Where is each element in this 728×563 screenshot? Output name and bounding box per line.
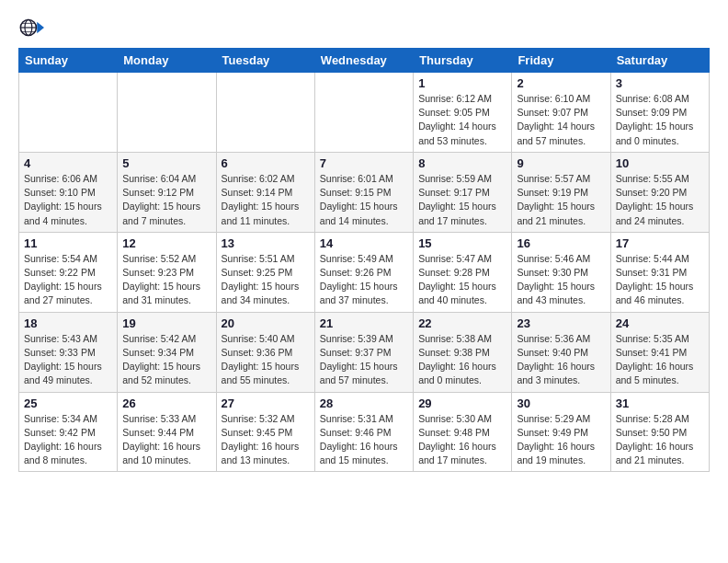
day-info: Sunrise: 5:51 AM Sunset: 9:25 PM Dayligh…	[222, 252, 310, 308]
day-info: Sunrise: 5:28 AM Sunset: 9:50 PM Dayligh…	[616, 412, 704, 468]
day-number: 20	[222, 316, 310, 330]
calendar-cell: 22Sunrise: 5:38 AM Sunset: 9:38 PM Dayli…	[414, 312, 512, 392]
day-number: 11	[24, 236, 112, 250]
day-number: 26	[122, 396, 210, 410]
day-number: 7	[320, 156, 408, 170]
calendar-cell: 8Sunrise: 5:59 AM Sunset: 9:17 PM Daylig…	[414, 152, 512, 232]
calendar-cell	[314, 73, 413, 153]
page: SundayMondayTuesdayWednesdayThursdayFrid…	[0, 0, 728, 487]
calendar: SundayMondayTuesdayWednesdayThursdayFrid…	[18, 48, 710, 472]
calendar-cell: 3Sunrise: 6:08 AM Sunset: 9:09 PM Daylig…	[610, 73, 709, 153]
day-info: Sunrise: 5:42 AM Sunset: 9:34 PM Dayligh…	[122, 332, 210, 388]
day-info: Sunrise: 5:34 AM Sunset: 9:42 PM Dayligh…	[24, 412, 112, 468]
weekday-header: Monday	[118, 49, 216, 73]
calendar-week: 18Sunrise: 5:43 AM Sunset: 9:33 PM Dayli…	[19, 312, 710, 392]
day-number: 1	[418, 76, 506, 90]
calendar-cell	[19, 73, 118, 153]
weekday-header: Tuesday	[216, 49, 314, 73]
day-info: Sunrise: 6:10 AM Sunset: 9:07 PM Dayligh…	[517, 92, 605, 148]
day-number: 17	[616, 236, 704, 250]
svg-marker-6	[37, 22, 44, 33]
day-info: Sunrise: 5:29 AM Sunset: 9:49 PM Dayligh…	[517, 412, 605, 468]
weekday-header: Sunday	[19, 49, 118, 73]
day-number: 19	[122, 316, 210, 330]
calendar-cell: 30Sunrise: 5:29 AM Sunset: 9:49 PM Dayli…	[512, 392, 610, 472]
day-info: Sunrise: 6:06 AM Sunset: 9:10 PM Dayligh…	[24, 172, 112, 228]
weekday-header: Friday	[512, 49, 610, 73]
calendar-week: 11Sunrise: 5:54 AM Sunset: 9:22 PM Dayli…	[19, 232, 710, 312]
day-info: Sunrise: 6:08 AM Sunset: 9:09 PM Dayligh…	[616, 92, 704, 148]
day-number: 24	[616, 316, 704, 330]
day-number: 21	[320, 316, 408, 330]
day-number: 23	[517, 316, 605, 330]
day-number: 28	[320, 396, 408, 410]
calendar-cell: 25Sunrise: 5:34 AM Sunset: 9:42 PM Dayli…	[19, 392, 118, 472]
day-number: 5	[122, 156, 210, 170]
calendar-cell: 13Sunrise: 5:51 AM Sunset: 9:25 PM Dayli…	[216, 232, 314, 312]
calendar-week: 4Sunrise: 6:06 AM Sunset: 9:10 PM Daylig…	[19, 152, 710, 232]
day-number: 13	[222, 236, 310, 250]
day-number: 2	[517, 76, 605, 90]
day-number: 10	[616, 156, 704, 170]
day-number: 29	[418, 396, 506, 410]
day-number: 4	[24, 156, 112, 170]
calendar-cell: 1Sunrise: 6:12 AM Sunset: 9:05 PM Daylig…	[414, 73, 512, 153]
day-info: Sunrise: 6:12 AM Sunset: 9:05 PM Dayligh…	[418, 92, 506, 148]
day-info: Sunrise: 5:57 AM Sunset: 9:19 PM Dayligh…	[517, 172, 605, 228]
calendar-cell: 24Sunrise: 5:35 AM Sunset: 9:41 PM Dayli…	[610, 312, 709, 392]
day-info: Sunrise: 5:31 AM Sunset: 9:46 PM Dayligh…	[320, 412, 408, 468]
calendar-cell: 4Sunrise: 6:06 AM Sunset: 9:10 PM Daylig…	[19, 152, 118, 232]
calendar-cell	[118, 73, 216, 153]
day-number: 9	[517, 156, 605, 170]
weekday-row: SundayMondayTuesdayWednesdayThursdayFrid…	[19, 49, 710, 73]
calendar-cell: 29Sunrise: 5:30 AM Sunset: 9:48 PM Dayli…	[414, 392, 512, 472]
day-number: 27	[222, 396, 310, 410]
day-info: Sunrise: 5:47 AM Sunset: 9:28 PM Dayligh…	[418, 252, 506, 308]
calendar-cell: 28Sunrise: 5:31 AM Sunset: 9:46 PM Dayli…	[314, 392, 413, 472]
day-info: Sunrise: 5:43 AM Sunset: 9:33 PM Dayligh…	[24, 332, 112, 388]
calendar-cell: 11Sunrise: 5:54 AM Sunset: 9:22 PM Dayli…	[19, 232, 118, 312]
calendar-cell: 7Sunrise: 6:01 AM Sunset: 9:15 PM Daylig…	[314, 152, 413, 232]
day-number: 6	[222, 156, 310, 170]
calendar-body: 1Sunrise: 6:12 AM Sunset: 9:05 PM Daylig…	[19, 73, 710, 472]
day-info: Sunrise: 5:35 AM Sunset: 9:41 PM Dayligh…	[616, 332, 704, 388]
day-number: 8	[418, 156, 506, 170]
day-info: Sunrise: 6:02 AM Sunset: 9:14 PM Dayligh…	[222, 172, 310, 228]
day-number: 31	[616, 396, 704, 410]
day-number: 14	[320, 236, 408, 250]
calendar-cell: 16Sunrise: 5:46 AM Sunset: 9:30 PM Dayli…	[512, 232, 610, 312]
calendar-cell: 10Sunrise: 5:55 AM Sunset: 9:20 PM Dayli…	[610, 152, 709, 232]
calendar-cell: 20Sunrise: 5:40 AM Sunset: 9:36 PM Dayli…	[216, 312, 314, 392]
calendar-cell: 27Sunrise: 5:32 AM Sunset: 9:45 PM Dayli…	[216, 392, 314, 472]
calendar-week: 1Sunrise: 6:12 AM Sunset: 9:05 PM Daylig…	[19, 73, 710, 153]
header	[18, 15, 710, 40]
day-number: 25	[24, 396, 112, 410]
day-number: 30	[517, 396, 605, 410]
calendar-cell: 21Sunrise: 5:39 AM Sunset: 9:37 PM Dayli…	[314, 312, 413, 392]
calendar-cell: 18Sunrise: 5:43 AM Sunset: 9:33 PM Dayli…	[19, 312, 118, 392]
weekday-header: Saturday	[610, 49, 709, 73]
day-number: 22	[418, 316, 506, 330]
day-number: 3	[616, 76, 704, 90]
day-number: 15	[418, 236, 506, 250]
day-info: Sunrise: 5:39 AM Sunset: 9:37 PM Dayligh…	[320, 332, 408, 388]
weekday-header: Wednesday	[314, 49, 413, 73]
calendar-cell: 6Sunrise: 6:02 AM Sunset: 9:14 PM Daylig…	[216, 152, 314, 232]
calendar-cell: 12Sunrise: 5:52 AM Sunset: 9:23 PM Dayli…	[118, 232, 216, 312]
calendar-cell: 5Sunrise: 6:04 AM Sunset: 9:12 PM Daylig…	[118, 152, 216, 232]
day-info: Sunrise: 5:33 AM Sunset: 9:44 PM Dayligh…	[122, 412, 210, 468]
day-info: Sunrise: 5:44 AM Sunset: 9:31 PM Dayligh…	[616, 252, 704, 308]
day-info: Sunrise: 5:30 AM Sunset: 9:48 PM Dayligh…	[418, 412, 506, 468]
day-info: Sunrise: 5:54 AM Sunset: 9:22 PM Dayligh…	[24, 252, 112, 308]
calendar-header: SundayMondayTuesdayWednesdayThursdayFrid…	[19, 49, 710, 73]
calendar-cell: 14Sunrise: 5:49 AM Sunset: 9:26 PM Dayli…	[314, 232, 413, 312]
calendar-cell: 26Sunrise: 5:33 AM Sunset: 9:44 PM Dayli…	[118, 392, 216, 472]
calendar-cell: 9Sunrise: 5:57 AM Sunset: 9:19 PM Daylig…	[512, 152, 610, 232]
day-info: Sunrise: 5:52 AM Sunset: 9:23 PM Dayligh…	[122, 252, 210, 308]
calendar-week: 25Sunrise: 5:34 AM Sunset: 9:42 PM Dayli…	[19, 392, 710, 472]
day-info: Sunrise: 6:01 AM Sunset: 9:15 PM Dayligh…	[320, 172, 408, 228]
day-number: 12	[122, 236, 210, 250]
day-info: Sunrise: 5:36 AM Sunset: 9:40 PM Dayligh…	[517, 332, 605, 388]
day-info: Sunrise: 5:38 AM Sunset: 9:38 PM Dayligh…	[418, 332, 506, 388]
day-number: 18	[24, 316, 112, 330]
